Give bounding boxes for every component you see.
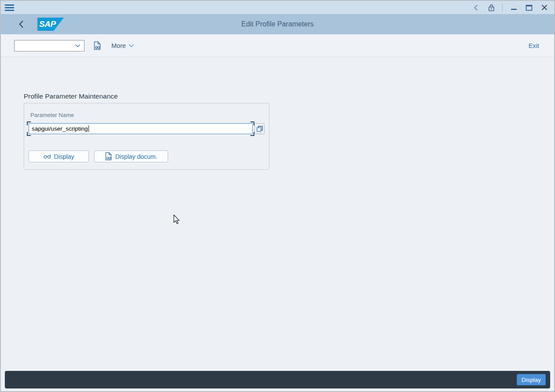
matchcode-button[interactable]	[254, 123, 265, 134]
page-title: Edit Profile Parameters	[1, 20, 554, 28]
chevron-down-icon	[129, 44, 134, 48]
section-title: Profile Parameter Maintenance	[24, 92, 554, 100]
close-icon[interactable]	[540, 3, 549, 12]
glasses-icon	[44, 154, 51, 159]
display-docum-button[interactable]: Display docum.	[94, 150, 168, 162]
sap-logo-text: SAP	[39, 19, 56, 29]
parameter-name-input[interactable]: sapgui/user_scripting	[29, 123, 253, 134]
parameter-name-label: Parameter Name	[30, 112, 265, 118]
nav-back-icon[interactable]	[471, 3, 480, 12]
app-header: SAP Edit Profile Parameters	[1, 14, 554, 34]
maximize-icon[interactable]	[525, 3, 533, 12]
display-button-label: Display	[54, 153, 74, 160]
parameter-name-value: sapgui/user_scripting	[32, 125, 88, 132]
document-glasses-icon	[94, 41, 101, 50]
back-button[interactable]	[19, 20, 24, 28]
more-label: More	[111, 42, 126, 49]
main-content: Profile Parameter Maintenance Parameter …	[1, 57, 554, 170]
display-docum-button-label: Display docum.	[115, 153, 158, 160]
copy-squares-icon	[257, 126, 263, 132]
lock-open-icon[interactable]	[487, 3, 496, 12]
parameter-input-row: sapgui/user_scripting	[29, 123, 265, 134]
more-menu-button[interactable]: More	[111, 42, 134, 49]
sap-logo: SAP	[37, 18, 64, 31]
exit-button[interactable]: Exit	[529, 42, 539, 49]
chevron-down-icon	[75, 44, 81, 48]
parameter-group-box: Parameter Name sapgui/user_scripting	[24, 103, 269, 170]
text-caret	[88, 125, 89, 132]
document-glasses-icon	[105, 152, 112, 161]
footer-display-button[interactable]: Display	[517, 374, 546, 385]
display-docum-toolbar-button[interactable]	[94, 41, 101, 50]
toolbar: More Exit	[1, 34, 554, 57]
mouse-pointer-icon	[173, 215, 182, 225]
display-button[interactable]: Display	[29, 150, 89, 162]
command-field-input[interactable]	[14, 40, 85, 51]
window-controls	[471, 3, 549, 12]
action-buttons-row: Display Display docum.	[29, 150, 265, 162]
menu-icon[interactable]	[4, 4, 14, 11]
focused-input-wrapper: sapgui/user_scripting	[29, 123, 253, 134]
minimize-icon[interactable]	[509, 3, 518, 12]
footer-statusbar: Display	[5, 371, 550, 388]
titlebar-divider	[502, 4, 503, 11]
system-titlebar	[1, 1, 554, 14]
sap-gui-window: SAP Edit Profile Parameters More	[0, 0, 555, 392]
